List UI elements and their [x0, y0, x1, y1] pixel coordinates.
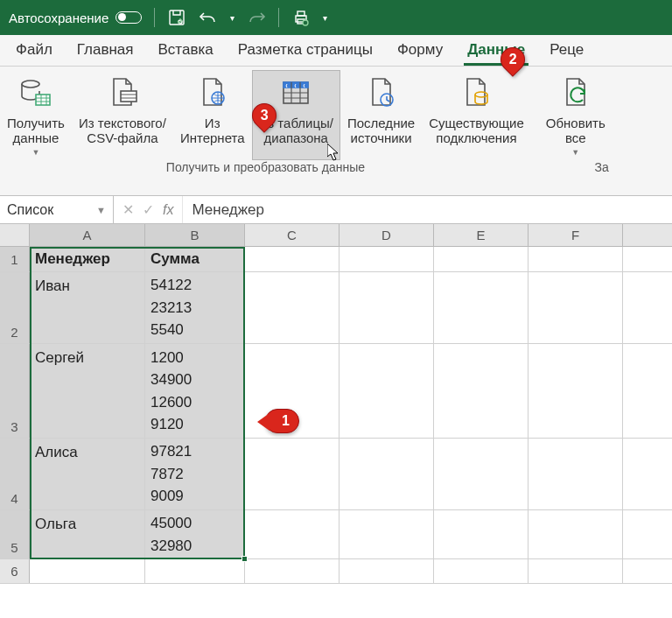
cell[interactable]: 54122232135540	[145, 272, 245, 343]
button-label: Существующие подключения	[429, 116, 524, 146]
fx-icon[interactable]: fx	[163, 202, 173, 218]
column-header[interactable]: C	[245, 224, 340, 246]
column-header[interactable]: A	[30, 224, 145, 246]
button-label: Получить данные	[7, 116, 65, 146]
cell[interactable]	[245, 510, 340, 558]
dropdown-icon: ▼	[32, 148, 40, 157]
cell[interactable]	[528, 439, 623, 509]
cell[interactable]: Сумма	[145, 247, 245, 271]
cell[interactable]	[245, 272, 340, 343]
svg-point-5	[303, 20, 308, 25]
cell[interactable]: Сергей	[30, 344, 145, 438]
cell[interactable]	[528, 247, 623, 271]
cell[interactable]: 9782178729009	[145, 439, 245, 509]
file-web-icon	[195, 75, 230, 110]
row-header[interactable]: 3	[0, 344, 30, 438]
recent-sources-button[interactable]: Последние источники	[340, 70, 422, 160]
formula-bar-buttons: ✕ ✓ fx	[114, 196, 183, 223]
cell[interactable]: Алиса	[30, 439, 145, 509]
cell[interactable]	[434, 559, 528, 583]
refresh-icon	[558, 75, 593, 110]
cell[interactable]	[245, 559, 340, 583]
tab-layout[interactable]: Разметка страницы	[234, 36, 376, 66]
cell[interactable]	[434, 272, 528, 343]
undo-icon[interactable]	[199, 8, 218, 27]
cell[interactable]	[340, 510, 434, 558]
cell[interactable]	[434, 247, 528, 271]
ribbon: Получить данные ▼ Из текстового/ CSV-фай…	[0, 67, 672, 196]
connections-icon	[458, 75, 494, 110]
column-header[interactable]: B	[145, 224, 245, 246]
svg-point-13	[475, 92, 487, 97]
cell[interactable]	[528, 510, 623, 558]
cell[interactable]	[528, 344, 623, 438]
cancel-icon[interactable]: ✕	[122, 201, 134, 218]
from-csv-button[interactable]: Из текстового/ CSV-файла	[72, 70, 173, 160]
tab-file[interactable]: Файл	[12, 36, 56, 66]
cell[interactable]: 120034900126009120	[145, 344, 245, 438]
table-icon	[278, 75, 313, 110]
tab-home[interactable]: Главная	[74, 36, 137, 66]
recent-icon	[364, 75, 399, 110]
formula-input[interactable]: Менеджер	[183, 196, 672, 223]
cell[interactable]	[245, 439, 340, 509]
tab-formulas[interactable]: Форму	[394, 36, 446, 66]
button-label: Из текстового/ CSV-файла	[79, 116, 166, 146]
row-header[interactable]: 1	[0, 247, 30, 271]
column-header[interactable]: D	[340, 224, 434, 246]
cell[interactable]	[528, 559, 623, 583]
column-header[interactable]: E	[434, 224, 528, 246]
cell[interactable]: Менеджер	[30, 247, 145, 271]
tab-insert[interactable]: Вставка	[155, 36, 217, 66]
row-header[interactable]: 2	[0, 272, 30, 343]
cell[interactable]	[245, 247, 340, 271]
ribbon-group-label-frag: За	[539, 160, 612, 178]
svg-point-6	[22, 81, 39, 88]
cell[interactable]	[528, 272, 623, 343]
row-header[interactable]: 6	[0, 559, 30, 583]
tab-review[interactable]: Реце	[546, 36, 587, 66]
print-icon[interactable]	[291, 8, 311, 27]
get-data-button[interactable]: Получить данные ▼	[0, 70, 72, 160]
row-header[interactable]: 5	[0, 510, 30, 558]
dropdown-icon[interactable]: ▼	[96, 205, 106, 215]
cell[interactable]: Ольга	[30, 510, 145, 558]
cell[interactable]	[340, 344, 434, 438]
cell[interactable]	[340, 439, 434, 509]
autosave-toggle[interactable]: Автосохранение	[9, 11, 142, 25]
cell[interactable]	[145, 559, 245, 583]
separator	[154, 8, 155, 27]
cell[interactable]: 4500032980	[145, 510, 245, 558]
svg-rect-8	[121, 91, 136, 102]
from-web-button[interactable]: Из Интернета	[173, 70, 252, 160]
save-icon[interactable]	[167, 8, 186, 27]
button-label: Обновить все	[546, 116, 606, 146]
cell[interactable]	[340, 272, 434, 343]
refresh-all-button[interactable]: Обновить все ▼	[539, 70, 612, 160]
cell[interactable]	[434, 344, 528, 438]
cell[interactable]	[340, 247, 434, 271]
name-box-value: Список	[7, 202, 53, 218]
cell[interactable]	[340, 559, 434, 583]
name-box[interactable]: Список ▼	[0, 196, 114, 223]
button-label: Из Интернета	[180, 116, 245, 146]
formula-value: Менеджер	[192, 201, 263, 219]
button-label: Последние источники	[347, 116, 415, 146]
column-header[interactable]: F	[528, 224, 623, 246]
existing-connections-button[interactable]: Существующие подключения	[422, 70, 531, 160]
cell[interactable]	[434, 439, 528, 509]
title-bar: Автосохранение ▾ ▾	[0, 0, 672, 35]
cell[interactable]	[434, 510, 528, 558]
confirm-icon[interactable]: ✓	[143, 201, 154, 218]
selection-handle[interactable]	[242, 556, 248, 562]
cell[interactable]	[30, 559, 145, 583]
undo-dropdown-icon[interactable]: ▾	[230, 13, 234, 23]
qat-dropdown-icon[interactable]: ▾	[323, 13, 327, 23]
redo-icon[interactable]	[247, 8, 266, 27]
row-header[interactable]: 4	[0, 439, 30, 509]
select-all-corner[interactable]	[0, 224, 30, 246]
get-data-icon	[18, 75, 53, 110]
worksheet-grid[interactable]: A B C D E F 1 Менеджер Сумма 2 Иван 5412…	[0, 224, 672, 618]
separator	[278, 8, 279, 27]
cell[interactable]: Иван	[30, 272, 145, 343]
